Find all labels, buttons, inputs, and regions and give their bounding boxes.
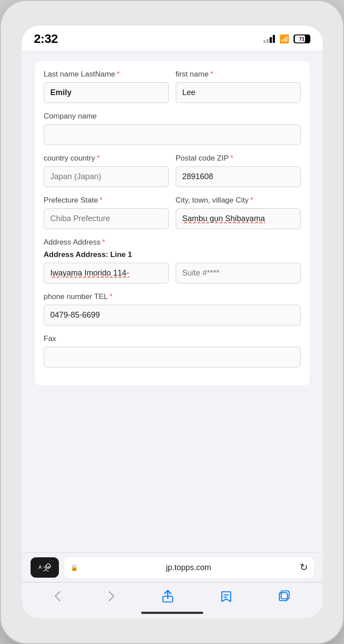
address-line2-input[interactable] [176, 263, 301, 284]
svg-text:A: A [39, 564, 42, 570]
country-group: country country * [44, 154, 169, 187]
first-name-label: first name * [176, 70, 301, 79]
bookmarks-button[interactable] [214, 587, 239, 605]
phone-group: phone number TEL * [44, 292, 301, 326]
prefecture-input[interactable] [44, 208, 169, 229]
address-line1-group: Address Address: Line 1 [44, 250, 169, 284]
company-input[interactable] [44, 124, 301, 145]
signal-icon [263, 35, 275, 43]
prefecture-label: Prefecture State * [44, 196, 169, 205]
status-time: 2:32 [34, 32, 58, 46]
address-line1-sublabel: Address Address: Line 1 [44, 250, 169, 259]
last-name-input[interactable] [44, 82, 169, 103]
country-input[interactable] [44, 166, 169, 187]
browser-bar: A 文 🔒 jp.topps.com ↻ [22, 552, 323, 582]
lock-icon: 🔒 [70, 564, 78, 571]
form-section: Last name LastName * first name * [35, 61, 309, 385]
first-name-group: first name * [176, 70, 301, 103]
phone-frame: 2:32 📶 71 [0, 0, 344, 644]
svg-rect-7 [279, 593, 287, 601]
first-name-input[interactable] [176, 82, 301, 103]
last-name-group: Last name LastName * [44, 70, 169, 103]
fax-input[interactable] [44, 347, 301, 368]
battery-icon: 71 [294, 34, 310, 43]
url-text: jp.topps.com [81, 563, 296, 572]
phone-input[interactable] [44, 305, 301, 326]
country-postal-row: country country * Postal code ZIP * [44, 154, 301, 187]
city-group: City, town, village City * [176, 196, 301, 229]
bottom-nav [22, 582, 323, 609]
address-section: Address Address * Address Address: Line … [44, 238, 301, 284]
prefecture-city-row: Prefecture State * City, town, village C… [44, 196, 301, 229]
content-area: Last name LastName * first name * [22, 50, 323, 552]
svg-rect-6 [281, 591, 289, 599]
translate-button[interactable]: A 文 [31, 557, 59, 578]
city-label: City, town, village City * [176, 196, 301, 205]
share-button[interactable] [155, 587, 180, 606]
prefecture-group: Prefecture State * [44, 196, 169, 229]
city-required: * [251, 196, 253, 204]
city-input[interactable] [176, 208, 301, 229]
first-name-required: * [210, 70, 213, 78]
status-bar: 2:32 📶 71 [22, 26, 323, 50]
address-required: * [102, 238, 105, 246]
wifi-icon: 📶 [279, 34, 289, 44]
address-line2-sublabel [176, 250, 301, 259]
address-line2-group [176, 250, 301, 284]
tabs-button[interactable] [272, 587, 297, 605]
prefecture-required: * [100, 196, 102, 204]
postal-group: Postal code ZIP * [176, 154, 301, 187]
phone-required: * [110, 293, 112, 301]
back-button[interactable] [47, 587, 68, 605]
forward-button[interactable] [101, 587, 122, 605]
postal-input[interactable] [176, 166, 301, 187]
phone-label: phone number TEL * [44, 292, 301, 301]
postal-required: * [231, 154, 233, 162]
url-bar[interactable]: 🔒 jp.topps.com ↻ [64, 557, 314, 578]
status-icons: 📶 71 [263, 34, 310, 44]
name-row: Last name LastName * first name * [44, 70, 301, 103]
home-bar [141, 612, 203, 614]
postal-label: Postal code ZIP * [176, 154, 301, 163]
fax-label: Fax [44, 334, 301, 343]
last-name-label: Last name LastName * [44, 70, 169, 79]
phone-screen: 2:32 📶 71 [22, 26, 323, 618]
address-main-label: Address Address * [44, 238, 301, 247]
fax-group: Fax [44, 334, 301, 368]
address-line1-input[interactable] [44, 263, 169, 284]
country-required: * [97, 154, 100, 162]
last-name-required: * [117, 70, 120, 78]
refresh-icon[interactable]: ↻ [300, 562, 308, 573]
company-group: Company name [44, 112, 301, 145]
address-row: Address Address: Line 1 [44, 250, 301, 284]
company-label: Company name [44, 112, 301, 121]
home-indicator [22, 609, 323, 618]
country-label: country country * [44, 154, 169, 163]
